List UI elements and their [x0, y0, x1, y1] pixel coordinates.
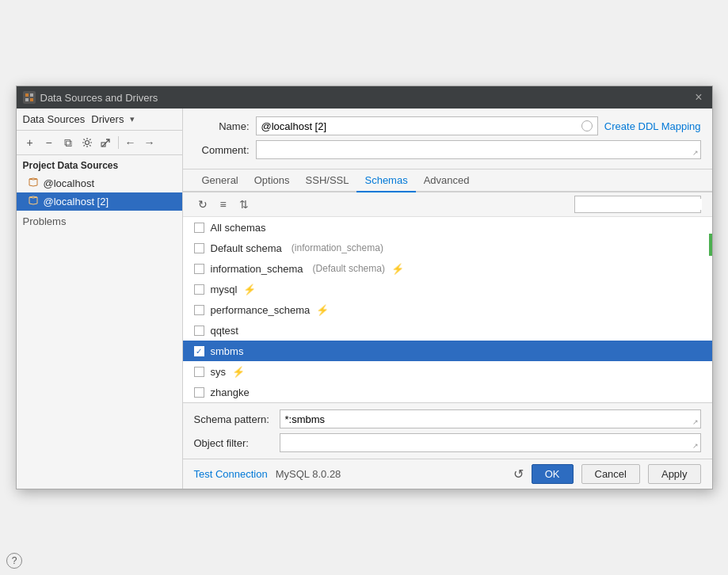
schema-checkbox-all[interactable]: [194, 223, 204, 233]
forward-button[interactable]: →: [141, 134, 158, 151]
schema-item-mysql[interactable]: mysql ⚡: [183, 279, 712, 299]
schema-subtext-information: (Default schema): [313, 263, 385, 274]
object-filter-expand-icon: ↗: [692, 442, 699, 450]
schema-item-sys[interactable]: sys ⚡: [183, 361, 712, 382]
comment-input-wrapper: ↗: [256, 140, 701, 159]
back-button[interactable]: ←: [122, 134, 139, 151]
tab-options[interactable]: Options: [246, 169, 298, 192]
expand-button[interactable]: ≡: [215, 196, 232, 213]
schema-label-performance: performance_schema: [211, 304, 311, 316]
toolbar-separator: [118, 136, 119, 149]
schema-checkbox-sys[interactable]: [194, 367, 204, 377]
sort-button[interactable]: ⇅: [235, 196, 253, 213]
settings-button[interactable]: [78, 134, 96, 151]
sidebar-item-localhost-2[interactable]: @localhost [2]: [17, 192, 182, 211]
sidebar-item-label-2: @localhost [2]: [44, 196, 109, 208]
name-input-area: [256, 116, 598, 135]
expand-icon: ↗: [692, 149, 699, 157]
database-icon: [28, 177, 39, 188]
sidebar-toolbar: + − ⧉ ← →: [17, 131, 182, 155]
schema-item-smbms[interactable]: smbms: [183, 341, 712, 361]
svg-point-4: [85, 141, 89, 145]
tabs: General Options SSH/SSL Schemas Advanced: [183, 169, 712, 192]
svg-rect-2: [25, 98, 29, 101]
name-label: Name:: [194, 120, 250, 132]
sidebar-item-localhost[interactable]: @localhost: [17, 174, 182, 192]
bottom-form: Schema pattern: ↗ Object filter: ↗: [183, 402, 712, 459]
database-icon-2: [28, 195, 39, 206]
title-bar-left: Data Sources and Drivers: [23, 91, 158, 104]
right-panel: Name: Create DDL Mapping Comment: ↗: [183, 109, 712, 489]
schema-label-zhangke: zhangke: [211, 387, 250, 398]
main-content: Data Sources Drivers ▾ + − ⧉: [17, 109, 712, 489]
schema-item-performance[interactable]: performance_schema ⚡: [183, 299, 712, 320]
reset-button[interactable]: ↺: [513, 466, 524, 482]
schema-checkbox-default[interactable]: [194, 243, 204, 253]
comment-input[interactable]: [261, 144, 696, 156]
schema-checkbox-smbms[interactable]: [194, 346, 204, 356]
comment-label: Comment:: [194, 144, 250, 156]
name-input[interactable]: [261, 120, 577, 132]
schema-label-all: All schemas: [211, 222, 266, 234]
schema-item-default[interactable]: Default schema (information_schema): [183, 238, 712, 258]
tab-ssh-ssl[interactable]: SSH/SSL: [298, 169, 357, 192]
tab-schemas[interactable]: Schemas: [356, 169, 415, 192]
cancel-button[interactable]: Cancel: [581, 464, 640, 484]
project-data-sources-label: Project Data Sources: [17, 155, 182, 174]
schema-search-input[interactable]: [583, 199, 702, 210]
schema-item-qqtest[interactable]: qqtest: [183, 320, 712, 341]
schema-pattern-label: Schema pattern:: [194, 413, 273, 425]
tab-advanced[interactable]: Advanced: [416, 169, 478, 192]
remove-button[interactable]: −: [40, 134, 58, 151]
schema-checkbox-zhangke[interactable]: [194, 387, 204, 398]
schema-label-sys: sys: [211, 366, 227, 378]
db-icon: [28, 177, 39, 190]
create-ddl-link[interactable]: Create DDL Mapping: [604, 120, 701, 132]
object-filter-input-wrapper: ↗: [280, 433, 701, 452]
db-info: MySQL 8.0.28: [276, 468, 341, 480]
schema-toolbar: ↻ ≡ ⇅: [183, 192, 712, 217]
schema-label-information: information_schema: [211, 263, 303, 275]
export-icon: [101, 138, 111, 148]
lightning-icon-mysql: ⚡: [243, 284, 256, 295]
help-button[interactable]: ?: [6, 553, 22, 569]
refresh-button[interactable]: ↻: [194, 196, 212, 213]
data-sources-dialog: Data Sources and Drivers × Data Sources …: [16, 86, 713, 489]
schema-item-zhangke[interactable]: zhangke: [183, 382, 712, 402]
copy-button[interactable]: ⧉: [59, 134, 77, 151]
sidebar-item-label: @localhost: [44, 177, 95, 189]
test-connection-link[interactable]: Test Connection: [194, 468, 268, 480]
schema-checkbox-mysql[interactable]: [194, 284, 204, 295]
help-area: ?: [6, 553, 22, 569]
add-button[interactable]: +: [21, 134, 39, 151]
schema-checkbox-information[interactable]: [194, 264, 204, 274]
db-icon-2: [28, 195, 39, 208]
comment-row: Comment: ↗: [194, 140, 701, 159]
apply-button[interactable]: Apply: [648, 464, 701, 484]
schema-pattern-input[interactable]: [285, 413, 696, 425]
accent-bar: [709, 234, 712, 256]
schema-panel: ↻ ≡ ⇅ All sch: [183, 192, 712, 459]
svg-rect-3: [30, 98, 33, 101]
gear-icon: [82, 137, 93, 148]
ok-button[interactable]: OK: [532, 464, 574, 484]
schema-item-information[interactable]: information_schema (Default schema) ⚡: [183, 258, 712, 279]
name-row: Name: Create DDL Mapping: [194, 116, 701, 135]
schema-checkbox-qqtest[interactable]: [194, 326, 204, 336]
export-button[interactable]: [97, 134, 115, 151]
menu-data-sources[interactable]: Data Sources: [23, 112, 86, 127]
menu-dropdown-icon[interactable]: ▾: [130, 114, 135, 124]
schema-checkbox-performance[interactable]: [194, 305, 204, 315]
object-filter-row: Object filter: ↗: [194, 433, 701, 452]
schema-pattern-input-wrapper: ↗: [280, 409, 701, 428]
menu-drivers[interactable]: Drivers: [91, 112, 124, 127]
lightning-icon-performance: ⚡: [316, 304, 329, 316]
close-button[interactable]: ×: [692, 90, 705, 105]
tab-general[interactable]: General: [194, 169, 246, 192]
schema-item-all[interactable]: All schemas: [183, 217, 712, 238]
name-circle-icon: [581, 120, 593, 131]
svg-rect-0: [25, 93, 29, 97]
schema-search: [574, 196, 701, 213]
schema-label-qqtest: qqtest: [211, 325, 238, 337]
object-filter-input[interactable]: [285, 437, 696, 449]
